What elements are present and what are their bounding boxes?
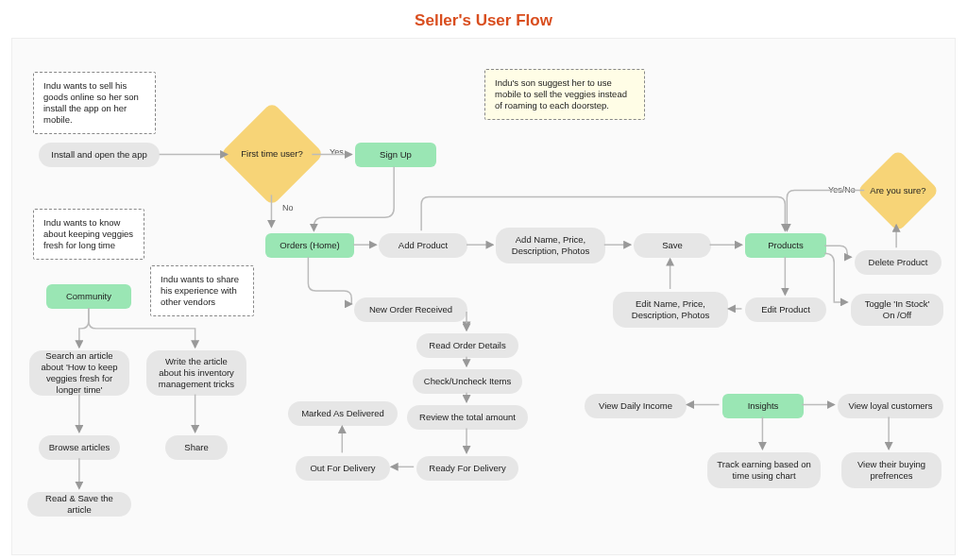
node-write-article: Write the article about his inventory ma… [146,350,246,396]
node-edit-product: Edit Product [745,297,826,322]
node-out-delivery: Out For Delivery [296,456,390,481]
decision-are-you-sure: Are you sure? [857,149,940,232]
node-ready-delivery: Ready For Delivery [416,456,518,481]
note-fresh: Indu wants to know about keeping veggies… [33,209,144,260]
node-view-pref: View their buying prefrences [841,452,942,488]
node-edit-details: Edit Name, Price, Description, Photos [613,292,728,328]
flow-canvas: Indu wants to sell his goods online so h… [11,38,956,555]
node-products: Products [745,233,826,258]
note-son-suggest: Indu's son suggest her to use mobile to … [484,69,645,120]
node-review-amount: Review the total amount [407,405,528,430]
node-orders-home: Orders (Home) [265,233,354,258]
note-install: Indu wants to sell his goods online so h… [33,72,156,134]
node-insights: Insights [722,394,804,418]
node-community: Community [46,284,131,309]
page-title: Seller's User Flow [0,0,967,38]
node-read-order: Read Order Details [416,333,518,358]
node-add-product: Add Product [379,233,467,258]
node-view-income: View Daily Income [585,394,687,418]
node-save: Save [634,233,711,258]
edge-yes: Yes [330,147,344,157]
node-toggle-stock: Toggle 'In Stock' On /Off [851,294,943,326]
decision-are-you-sure-label: Are you sure? [870,185,925,195]
node-delete-product: Delete Product [855,250,942,275]
node-search-article: Search an article about 'How to keep veg… [29,350,129,396]
note-share-exp: Indu wants to share his experience with … [150,265,254,316]
node-sign-up: Sign Up [355,143,436,167]
node-share: Share [165,435,228,460]
node-track-earning: Track earning based on time using chart [707,452,821,488]
node-marked-delivered: Marked As Delivered [288,401,398,426]
node-browse-articles: Browse articles [39,435,120,460]
edge-yes-no: Yes/No [828,185,856,195]
node-read-save: Read & Save the article [27,492,131,517]
node-install-open: Install and open the app [39,143,160,167]
edge-no: No [282,203,294,212]
node-check-items: Check/Uncheck Items [413,369,522,394]
node-view-loyal: View loyal customers [838,394,943,418]
decision-first-time: First time user? [220,102,324,206]
decision-first-time-label: First time user? [241,148,302,159]
node-new-order: New Order Received [354,297,467,322]
node-add-details: Add Name, Price, Description, Photos [496,228,605,263]
